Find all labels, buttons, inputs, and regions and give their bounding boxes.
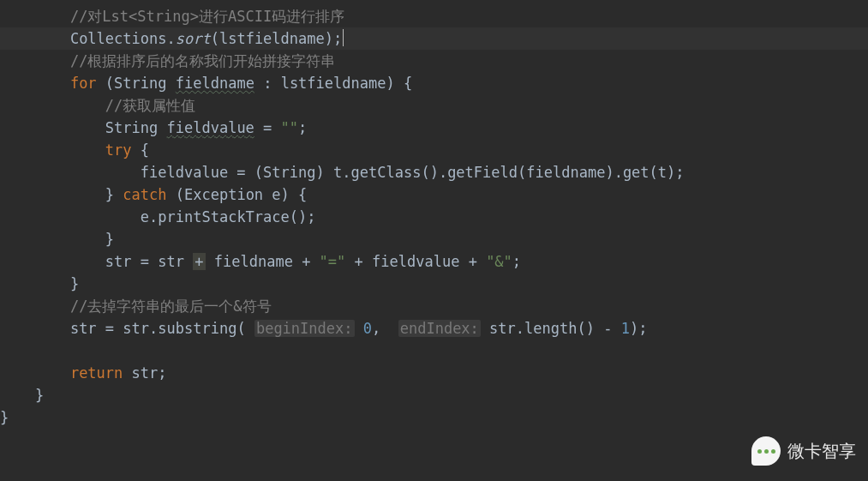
lhs-fieldvalue: fieldvalue bbox=[141, 164, 228, 181]
num-zero: 0 bbox=[363, 320, 372, 337]
comment-concat: //根据排序后的名称我们开始拼接字符串 bbox=[70, 52, 335, 69]
obj-str: str bbox=[123, 320, 149, 337]
call-length: length bbox=[524, 320, 577, 337]
code-editor[interactable]: //对Lst<String>进行ASCII码进行排序 Collections.s… bbox=[0, 0, 868, 481]
arg-t: t bbox=[658, 164, 667, 181]
method-sort: sort bbox=[176, 30, 211, 47]
code-block: //对Lst<String>进行ASCII码进行排序 Collections.s… bbox=[0, 0, 868, 429]
r-fieldname: fieldname bbox=[214, 253, 293, 270]
var-fieldname: fieldname bbox=[176, 75, 254, 92]
op-plus-1: + bbox=[193, 253, 205, 270]
kw-catch: catch bbox=[123, 186, 166, 203]
r-fieldvalue: fieldvalue bbox=[372, 253, 459, 270]
ret-str: str bbox=[132, 364, 159, 382]
str-amp: "&" bbox=[486, 253, 512, 270]
num-one: 1 bbox=[621, 320, 630, 337]
kw-for: for bbox=[70, 75, 97, 92]
hint-endindex: endIndex: bbox=[398, 320, 481, 337]
lhs-str: str bbox=[105, 253, 132, 270]
type-string: String bbox=[114, 75, 166, 92]
call-printStackTrace: printStackTrace bbox=[158, 208, 290, 225]
arg-fieldname: fieldname bbox=[526, 164, 605, 181]
var-fieldvalue: fieldvalue bbox=[167, 119, 254, 136]
hint-beginindex: beginIndex: bbox=[254, 320, 355, 337]
call-getClass: getClass bbox=[351, 164, 422, 181]
text-caret bbox=[343, 29, 344, 46]
comment-ascii-sort: //对Lst<String>进行ASCII码进行排序 bbox=[70, 8, 344, 25]
watermark: 微卡智享 bbox=[751, 436, 856, 466]
kw-return: return bbox=[70, 364, 123, 382]
kw-try: try bbox=[105, 141, 132, 159]
call-get: get bbox=[623, 164, 650, 181]
type-string-2: String bbox=[105, 119, 158, 136]
comment-getvalue: //获取属性值 bbox=[105, 97, 195, 114]
obj-str-len: str bbox=[489, 320, 516, 337]
empty-string: "" bbox=[281, 119, 298, 136]
lhs-str-2: str bbox=[70, 320, 97, 337]
iter-lstfieldname: lstfieldname bbox=[281, 75, 386, 92]
obj-t: t bbox=[333, 164, 342, 181]
call-getField: getField bbox=[447, 164, 518, 181]
var-e: e bbox=[272, 186, 280, 203]
cast-string: String bbox=[263, 164, 315, 181]
str-eq: "=" bbox=[320, 253, 346, 270]
watermark-text: 微卡智享 bbox=[787, 440, 856, 463]
class-collections: Collections bbox=[70, 30, 167, 47]
arg-lstfieldname: lstfieldname bbox=[219, 30, 325, 47]
r-str: str bbox=[158, 253, 184, 270]
call-substring: substring bbox=[158, 320, 236, 337]
wechat-bubble-icon bbox=[751, 436, 781, 466]
obj-e: e bbox=[141, 208, 149, 225]
type-exception: Exception bbox=[184, 186, 263, 203]
comment-trim: //去掉字符串的最后一个&符号 bbox=[70, 298, 272, 315]
